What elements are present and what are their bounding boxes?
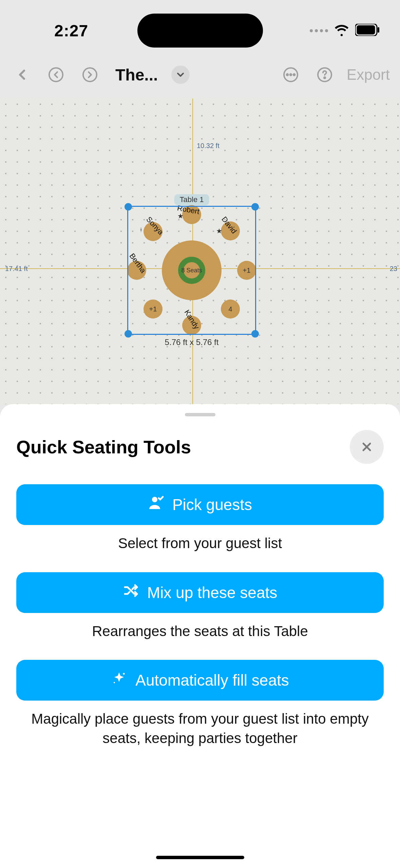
more-button[interactable] — [279, 63, 303, 87]
mix-seats-desc: Rearranges the seats at this Table — [16, 622, 384, 641]
person-check-icon — [148, 495, 164, 515]
back-button[interactable] — [10, 63, 34, 87]
mix-seats-label: Mix up these seats — [147, 583, 278, 602]
close-button[interactable] — [350, 430, 384, 464]
table-1[interactable]: Table 1 8 Seats ★ Robert ★ David +1 4 Ka… — [127, 206, 256, 335]
resize-handle-br[interactable] — [251, 330, 259, 338]
dynamic-island — [137, 14, 263, 48]
svg-point-4 — [83, 68, 97, 82]
sparkle-icon — [111, 670, 127, 690]
auto-fill-desc: Magically place guests from your guest l… — [16, 709, 384, 748]
svg-point-10 — [324, 77, 325, 78]
axis-h-right-label: 23 — [390, 265, 397, 273]
resize-handle-bl[interactable] — [125, 330, 132, 338]
signal-dots-icon — [310, 29, 328, 32]
svg-point-14 — [123, 673, 125, 674]
svg-rect-1 — [357, 25, 375, 34]
status-bar: 2:27 — [0, 0, 400, 51]
undo-button[interactable] — [44, 63, 68, 87]
axis-v-label: 10.32 ft — [197, 142, 220, 150]
resize-handle-tr[interactable] — [251, 203, 259, 211]
floor-plan-canvas[interactable]: 10.32 ft 17.41 ft 23 Table 1 8 Seats ★ R… — [0, 98, 400, 404]
wifi-icon — [334, 22, 349, 39]
table-label: Table 1 — [174, 194, 209, 205]
pick-guests-label: Pick guests — [172, 495, 252, 514]
mix-seats-button[interactable]: Mix up these seats — [16, 572, 384, 613]
dimensions-label: 5.76 ft x 5.76 ft — [165, 338, 219, 347]
help-button[interactable] — [313, 63, 337, 87]
sheet-title: Quick Seating Tools — [16, 436, 191, 457]
status-time: 2:27 — [54, 21, 88, 40]
title-dropdown[interactable] — [171, 66, 190, 84]
resize-handle-tl[interactable] — [125, 203, 132, 211]
battery-icon — [355, 24, 380, 37]
auto-fill-label: Automatically fill seats — [135, 671, 289, 689]
svg-point-6 — [286, 74, 288, 76]
quick-seating-sheet: Quick Seating Tools Pick guests Select f… — [0, 404, 400, 868]
redo-button[interactable] — [78, 63, 102, 87]
svg-point-15 — [114, 682, 115, 683]
sheet-grabber[interactable] — [185, 413, 215, 416]
document-title[interactable]: The... — [115, 66, 158, 84]
axis-h-label: 17.41 ft — [5, 265, 28, 273]
export-button[interactable]: Export — [347, 66, 390, 83]
svg-point-8 — [293, 74, 295, 76]
svg-rect-2 — [378, 27, 379, 33]
home-indicator[interactable] — [156, 856, 244, 859]
selection-box[interactable] — [127, 206, 256, 335]
svg-point-13 — [152, 497, 157, 502]
auto-fill-button[interactable]: Automatically fill seats — [16, 660, 384, 701]
svg-point-3 — [49, 68, 63, 82]
status-right — [310, 22, 380, 39]
toolbar: The... Export — [0, 51, 400, 98]
pick-guests-desc: Select from your guest list — [16, 534, 384, 553]
svg-point-7 — [290, 74, 291, 76]
shuffle-icon — [123, 582, 139, 602]
pick-guests-button[interactable]: Pick guests — [16, 484, 384, 525]
